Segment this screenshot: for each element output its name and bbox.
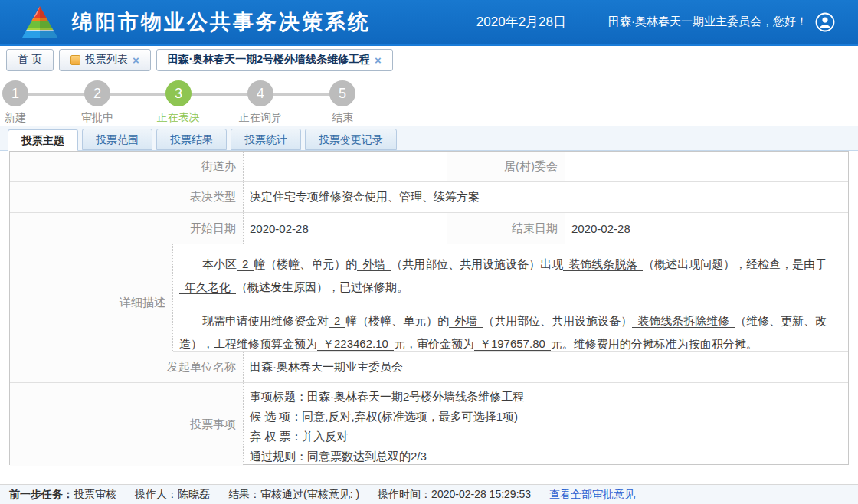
text-segment: 元。维修费用的分摊标准为按面积分摊。 (551, 337, 758, 350)
text-segment: （共用部位、共用设施设备）出现 (391, 257, 563, 270)
step-label: 新建 (5, 111, 26, 125)
start-date-value: 2020-02-28 (244, 213, 447, 244)
prev-task-label: 前一步任务： (9, 488, 74, 500)
blank-filled-value: ￥223462.10 (317, 337, 394, 351)
table-row: 详细描述 本小区2幢（楼幢、单元）的外墙（共用部位、共用设施设备）出现装饰线条脱… (10, 244, 848, 352)
text-segment: 幢（楼幢、单元）的 (345, 314, 449, 327)
tab-home[interactable]: 首 页 (6, 49, 54, 71)
text-segment: （概述出现问题），经检查，是由于 (643, 257, 827, 270)
description-paragraph: 本小区2幢（楼幢、单元）的外墙（共用部位、共用设施设备）出现装饰线条脱落（概述出… (179, 253, 837, 299)
initiator-value: 田森·奥林春天一期业主委员会 (244, 352, 848, 382)
table-row: 投票事项 事项标题：田森·奥林春天一期2号楼外墙线条维修工程候 选 项：同意,反… (10, 383, 848, 464)
tab-project-label: 田森·奥林春天一期2号楼外墙线条维修工程 (168, 53, 370, 67)
pyramid-logo-icon (21, 5, 58, 39)
operator: 操作人：陈晓磊 (135, 488, 210, 502)
tab-vote-list-label: 投票列表 (85, 53, 128, 67)
step-approving: 2 审批中 (84, 80, 110, 106)
section-tab-bar: 投票主题 投票范围 投票结果 投票统计 投票变更记录 (0, 126, 858, 151)
vote-topic-form: 街道办 居(村)委会 表决类型 决定住宅专项维修资金使用、管理、续筹方案 开始日… (9, 151, 849, 465)
step-label: 正在表决 (157, 111, 200, 125)
table-row: 开始日期 2020-02-28 结束日期 2020-02-28 (10, 213, 848, 244)
description-value: 本小区2幢（楼幢、单元）的外墙（共用部位、共用设施设备）出现装饰线条脱落（概述出… (173, 244, 848, 362)
street-office-label: 街道办 (10, 152, 244, 181)
text-segment: 元，审价金额为 (394, 337, 474, 350)
header-date: 2020年2月28日 (476, 13, 566, 31)
vote-item-line: 通过规则：同意票数达到总双的2/3 (250, 447, 848, 466)
description-paragraph: 现需申请使用维修资金对2幢（楼幢、单元）的外墙（共用部位、共用设施设备）装饰线条… (179, 309, 837, 355)
end-date-value: 2020-02-28 (565, 213, 848, 244)
street-office-value (244, 152, 447, 181)
blank-filled-value: 年久老化 (179, 280, 236, 294)
committee-value (565, 152, 848, 181)
blank-filled-value: 装饰线条脱落 (563, 257, 643, 271)
committee-label: 居(村)委会 (447, 152, 565, 181)
text-segment: 本小区 (179, 257, 237, 270)
vote-type-label: 表决类型 (10, 182, 244, 212)
previous-task-bar: 前一步任务：投票审核 操作人：陈晓磊 结果：审核通过(审核意见: ) 操作时间：… (0, 484, 858, 504)
step-number: 2 (84, 80, 110, 106)
vote-item-line: 弃 权 票：并入反对 (250, 427, 848, 447)
prev-task: 前一步任务：投票审核 (9, 488, 116, 502)
window-tab-bar: 首 页 投票列表 × 田森·奥林春天一期2号楼外墙线条维修工程 × (0, 46, 858, 74)
blank-filled-value: 外墙 (357, 257, 391, 271)
table-row: 发起单位名称 田森·奥林春天一期业主委员会 (10, 352, 848, 383)
blank-filled-value: 外墙 (449, 314, 483, 328)
step-label: 审批中 (81, 111, 113, 125)
step-label: 正在询异 (239, 111, 282, 125)
user-greeting: 田森·奥林春天一期业主委员会，您好！ (608, 15, 807, 29)
app-title: 绵阳市物业公共事务决策系统 (72, 8, 371, 36)
step-new: 1 新建 (2, 80, 28, 106)
tab-vote-result[interactable]: 投票结果 (156, 129, 227, 150)
tab-vote-topic[interactable]: 投票主题 (8, 129, 78, 151)
text-segment: 现需申请使用维修资金对 (179, 314, 329, 327)
step-finished: 5 结束 (329, 80, 355, 106)
close-icon[interactable]: × (133, 54, 139, 66)
table-row: 表决类型 决定住宅专项维修资金使用、管理、续筹方案 (10, 182, 848, 213)
vote-item-line: 事项标题：田森·奥林春天一期2号楼外墙线条维修工程 (250, 387, 848, 407)
blank-filled-value: 2 (237, 257, 254, 271)
step-number: 5 (329, 80, 355, 106)
step-number: 1 (2, 80, 28, 106)
close-icon[interactable]: × (375, 54, 382, 66)
blank-filled-value: 装饰线条拆除维修 (632, 314, 735, 328)
audit-result: 结果：审核通过(审核意见: ) (228, 488, 359, 502)
step-voting: 3 正在表决 (165, 80, 192, 106)
workflow-progress: 1 新建 2 审批中 3 正在表决 4 正在询异 5 结束 (0, 74, 858, 126)
tab-vote-changelog[interactable]: 投票变更记录 (305, 129, 397, 150)
vote-items-label: 投票事项 (10, 383, 244, 466)
table-row: 街道办 居(村)委会 (10, 152, 848, 182)
description-label: 详细描述 (10, 244, 173, 362)
vote-items-value: 事项标题：田森·奥林春天一期2号楼外墙线条维修工程候 选 项：同意,反对,弃权(… (244, 383, 848, 466)
user-circle-icon[interactable] (815, 12, 835, 32)
view-all-approvals-link[interactable]: 查看全部审批意见 (549, 488, 635, 502)
step-number: 3 (165, 80, 192, 106)
step-inquiry: 4 正在询异 (247, 80, 273, 106)
note-icon (70, 55, 80, 65)
vote-type-value: 决定住宅专项维修资金使用、管理、续筹方案 (244, 182, 848, 212)
text-segment: 幢（楼幢、单元）的 (254, 257, 357, 270)
tab-vote-stats[interactable]: 投票统计 (231, 129, 301, 150)
start-date-label: 开始日期 (10, 213, 244, 244)
app-header: 绵阳市物业公共事务决策系统 2020年2月28日 田森·奥林春天一期业主委员会，… (0, 0, 858, 46)
tab-vote-list[interactable]: 投票列表 × (59, 49, 151, 71)
text-segment: （概述发生原因），已过保修期。 (236, 280, 408, 293)
text-segment: （共用部位、共用设施设备） (483, 314, 632, 327)
tab-vote-scope[interactable]: 投票范围 (82, 129, 152, 150)
operation-time: 操作时间：2020-02-28 15:29:53 (378, 488, 531, 502)
tab-home-label: 首 页 (18, 53, 42, 67)
initiator-label: 发起单位名称 (10, 352, 244, 382)
blank-filled-value: 2 (329, 314, 345, 328)
blank-filled-value: ￥197657.80 (474, 337, 551, 351)
step-number: 4 (247, 80, 273, 106)
prev-task-value: 投票审核 (74, 488, 116, 500)
vote-item-line: 候 选 项：同意,反对,弃权(标准选项，最多可选择1项) (250, 407, 848, 427)
tab-project[interactable]: 田森·奥林春天一期2号楼外墙线条维修工程 × (156, 49, 393, 71)
step-label: 结束 (332, 111, 353, 125)
end-date-label: 结束日期 (447, 213, 565, 244)
